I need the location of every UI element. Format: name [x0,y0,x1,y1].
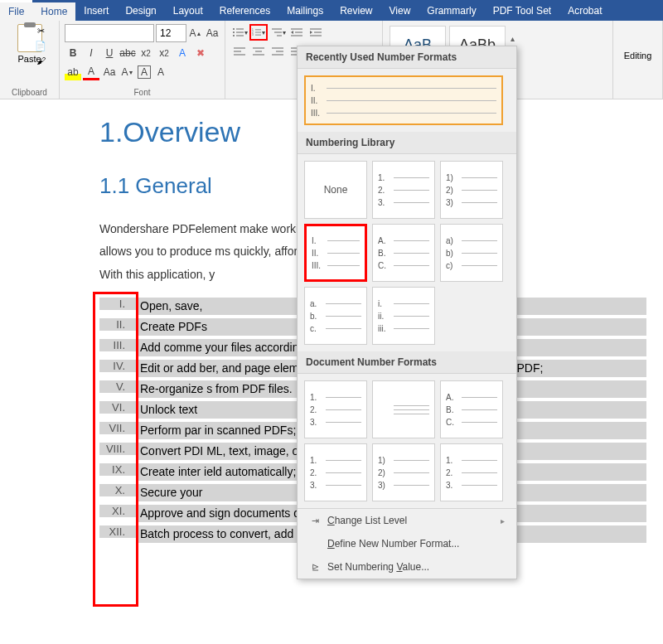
strikethrough-button[interactable]: abc [119,45,136,61]
list-item-number: V. [99,380,137,393]
numbering-option[interactable]: I.II.III. [304,224,367,282]
numbering-dropdown: Recently Used Number Formats I.II.III. N… [297,46,517,579]
font-size-select[interactable]: 12 [156,24,186,42]
superscript-button[interactable]: x2 [156,45,172,61]
italic-button[interactable]: I [83,45,99,61]
menu-layout[interactable]: Layout [165,0,211,21]
increase-indent-button[interactable] [307,24,325,41]
numbering-option[interactable]: 1.2.3. [440,443,503,501]
shrink-font-button[interactable]: A▼ [119,64,136,80]
format-painter-icon[interactable]: 🖌 [33,54,48,67]
clear-formatting-button[interactable]: ✖ [192,45,209,61]
grow-font-button[interactable]: A▲ [188,25,203,41]
ribbon-group-clipboard: Paste ✂ 📄 🖌 Clipboard [0,21,60,99]
numbering-option[interactable]: 1.2.3. [304,380,367,438]
indent-icon: ⇥ [309,515,321,526]
list-item-number: IV. [99,360,137,372]
numbering-option[interactable]: a.b.c. [304,287,367,345]
list-item-number: I. [99,298,137,310]
ribbon-group-font: 12 A▲ Aa B I U abc x2 x2 A ✖ ab A Aa A▼ … [60,21,225,99]
menu-acrobat[interactable]: Acrobat [559,0,610,21]
styles-up-button[interactable]: ▴ [511,34,517,43]
menubar: File Home Insert Design Layout Reference… [0,0,663,21]
document-formats-title: Document Number Formats [298,351,516,374]
font-group-label: Font [65,88,220,97]
font-name-select[interactable] [65,24,154,42]
list-item-number: XI. [99,505,137,517]
char-border-button[interactable]: A [138,65,151,79]
menu-mailings[interactable]: Mailings [278,0,332,21]
menu-file[interactable]: File [0,0,32,21]
svg-point-2 [233,31,235,33]
decrease-indent-button[interactable] [288,24,306,41]
number-icon: ⊵ [309,561,321,573]
text-effects-button[interactable]: A [174,45,191,61]
menu-view[interactable]: View [381,0,419,21]
highlight-button[interactable]: ab [65,64,81,80]
bullets-button[interactable]: ▾ [230,24,249,41]
numbering-option[interactable]: 1.2.3. [304,443,367,501]
set-numbering-value-menu[interactable]: ⊵ Set Numbering Value... [298,555,516,579]
numbering-option[interactable]: a)b)c) [440,224,503,282]
numbering-option[interactable]: A.B.C. [372,224,435,282]
menu-references[interactable]: References [211,0,278,21]
numbering-option[interactable] [372,380,435,438]
svg-text:3: 3 [252,33,254,36]
list-item-number: VII. [99,422,137,434]
numbering-option[interactable]: 1.2.3. [372,161,435,219]
copy-icon[interactable]: 📄 [33,39,48,52]
char-shading-button[interactable]: Aa [101,64,118,80]
change-case-button[interactable]: Aa [205,25,220,41]
multilevel-list-button[interactable]: ▾ [269,24,287,41]
numbering-button[interactable]: 123 ▾ [249,24,268,41]
cut-icon[interactable]: ✂ [33,24,48,37]
align-left-button[interactable] [230,43,249,60]
recent-formats-title: Recently Used Number Formats [298,46,516,69]
underline-button[interactable]: U [101,45,118,61]
list-item-number: X. [99,484,137,496]
list-item-number: IX. [99,463,137,476]
bold-button[interactable]: B [65,45,81,61]
menu-pdf-tool-set[interactable]: PDF Tool Set [485,0,559,21]
align-right-button[interactable] [269,43,287,60]
menu-design[interactable]: Design [117,0,164,21]
editing-button[interactable]: Editing [618,24,657,86]
menu-insert[interactable]: Insert [75,0,117,21]
list-item-number: XII. [99,525,137,538]
clipboard-group-label: Clipboard [5,88,54,97]
numbering-option-none[interactable]: None [304,161,367,219]
list-item-number: VI. [99,401,137,414]
subscript-button[interactable]: x2 [138,45,154,61]
menu-grammarly[interactable]: Grammarly [419,0,484,21]
numbering-option[interactable]: A.B.C. [440,380,503,438]
menu-home[interactable]: Home [32,0,75,21]
list-item-number: VIII. [99,443,137,455]
blank-icon [309,538,321,550]
font-color-button[interactable]: A [83,64,99,80]
ribbon-group-editing: Editing [613,21,663,99]
list-item-number: II. [99,318,137,331]
align-center-button[interactable] [249,43,268,60]
numbering-option[interactable]: I.II.III. [304,75,503,125]
svg-point-0 [233,28,235,30]
list-item-number: III. [99,339,137,351]
phonetic-guide-button[interactable]: A [152,64,169,80]
chevron-right-icon: ▸ [501,516,505,525]
change-list-level-menu[interactable]: ⇥ Change List Level ▸ [298,509,516,532]
svg-point-4 [233,35,235,36]
numbering-option[interactable]: i.ii.iii. [372,287,435,345]
define-number-format-menu[interactable]: Define New Number Format... [298,532,516,555]
numbering-option[interactable]: 1)2)3) [440,161,503,219]
numbering-option[interactable]: 1)2)3) [372,443,435,501]
numbering-library-title: Numbering Library [298,132,516,154]
menu-review[interactable]: Review [332,0,380,21]
